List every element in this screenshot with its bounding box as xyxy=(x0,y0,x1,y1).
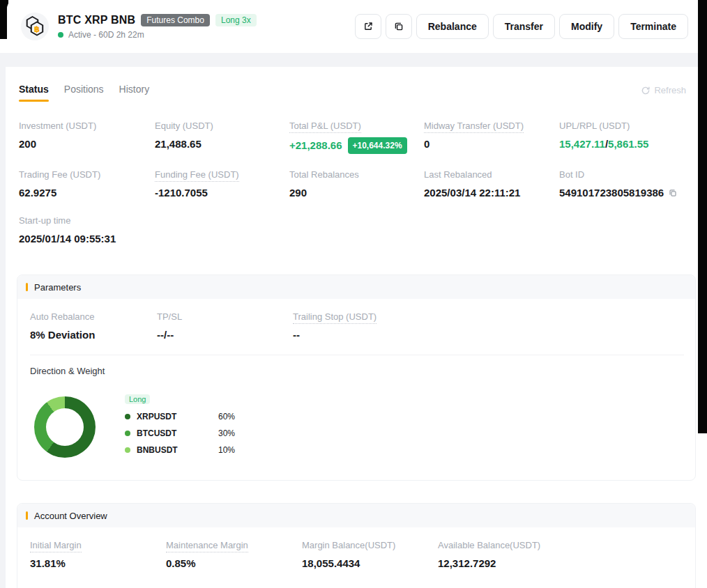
legend-direction-badge: Long xyxy=(125,394,150,404)
copy-bot-button[interactable] xyxy=(386,14,412,39)
param-auto-rebalance: Auto Rebalance 8% Deviation xyxy=(30,311,157,342)
direction-weight-title: Direction & Weight xyxy=(30,366,684,376)
account-overview-title: Account Overview xyxy=(34,511,107,521)
status-summary: Investment (USDT) 200 Equity (USDT) 21,4… xyxy=(19,120,689,246)
legend-dot-btcusdt xyxy=(125,431,130,436)
parameters-section: Parameters Auto Rebalance 8% Deviation T… xyxy=(17,274,696,481)
stat-funding-fee: Funding Fee (USDT) -1210.7055 xyxy=(155,169,289,200)
bot-detail-card: Status Positions History Refresh Investm… xyxy=(6,67,697,588)
section-divider xyxy=(30,355,684,355)
legend-dot-xrpusdt xyxy=(125,414,130,419)
stat-upl-rpl: UPL/RPL (USDT) 15,427.11/5,861.55 xyxy=(559,120,689,154)
acct-initial-margin: Initial Margin 31.81% xyxy=(30,539,166,571)
bot-title: BTC XRP BNB xyxy=(58,14,135,26)
acct-maintenance-margin: Maintenance Margin 0.85% xyxy=(166,539,302,571)
bot-header: ฿ BTC XRP BNB Futures Combo Long 3x Acti… xyxy=(7,0,697,53)
acct-margin-balance: Margin Balance(USDT) 18,055.4434 xyxy=(302,539,438,571)
refresh-button[interactable]: Refresh xyxy=(641,85,686,95)
external-link-icon xyxy=(363,21,374,32)
tab-status[interactable]: Status xyxy=(19,84,49,102)
direction-weight-chart: Long XRPUSDT 60% BTCUSDT 30% xyxy=(30,391,684,458)
copy-bot-id-icon[interactable] xyxy=(668,188,678,198)
header-actions: Rebalance Transfer Modify Terminate xyxy=(355,14,688,39)
stat-trading-fee: Trading Fee (USDT) 62.9275 xyxy=(19,169,155,200)
backdrop-right xyxy=(698,0,707,433)
bot-type-badge: Futures Combo xyxy=(141,14,210,26)
pnl-percent-badge: +10,644.32% xyxy=(348,137,407,154)
tab-bar: Status Positions History Refresh xyxy=(19,84,686,102)
legend-item: BNBUSDT 10% xyxy=(125,445,235,455)
futures-combo-icon: ฿ xyxy=(21,13,49,40)
tab-positions[interactable]: Positions xyxy=(64,84,104,102)
transfer-button[interactable]: Transfer xyxy=(493,14,555,39)
param-tp-sl: TP/SL --/-- xyxy=(157,311,293,342)
direction-weight-legend: Long XRPUSDT 60% BTCUSDT 30% xyxy=(125,391,235,455)
legend-item: BTCUSDT 30% xyxy=(125,428,235,438)
copy-icon xyxy=(393,21,404,32)
left-margin xyxy=(0,67,6,588)
stat-bot-id: Bot ID 549101723805819386 xyxy=(559,169,689,200)
legend-dot-bnbusdt xyxy=(125,447,130,453)
stat-midway-transfer: Midway Transfer (USDT) 0 xyxy=(424,120,559,154)
tab-history[interactable]: History xyxy=(119,84,150,102)
section-accent-bar xyxy=(26,511,28,520)
stat-equity: Equity (USDT) 21,488.65 xyxy=(155,120,289,154)
section-accent-bar xyxy=(26,283,28,291)
bot-avatar: ฿ xyxy=(21,13,49,40)
stat-total-rebalances: Total Rebalances 290 xyxy=(289,169,424,200)
account-overview-header: Account Overview xyxy=(17,504,695,527)
stat-total-pnl: Total P&L (USDT) +21,288.66+10,644.32% xyxy=(289,120,424,154)
status-dot xyxy=(58,32,63,38)
rebalance-button[interactable]: Rebalance xyxy=(416,14,489,39)
bot-direction-badge: Long 3x xyxy=(215,14,257,26)
stat-last-rebalanced: Last Rebalanced 2025/03/14 22:11:21 xyxy=(424,169,559,200)
card-gap xyxy=(0,53,698,67)
account-overview-grid: Initial Margin 31.81% Maintenance Margin… xyxy=(30,539,684,571)
bot-detail-page: ฿ BTC XRP BNB Futures Combo Long 3x Acti… xyxy=(0,0,707,588)
param-trailing-stop: Trailing Stop (USDT) -- xyxy=(293,311,684,342)
legend-item: XRPUSDT 60% xyxy=(125,412,235,421)
direction-weight-donut xyxy=(34,396,96,458)
bot-status-text: Active - 60D 2h 22m xyxy=(68,30,144,40)
modify-button[interactable]: Modify xyxy=(559,14,614,39)
refresh-icon xyxy=(641,86,651,95)
terminate-button[interactable]: Terminate xyxy=(618,14,688,39)
parameters-grid: Auto Rebalance 8% Deviation TP/SL --/-- … xyxy=(30,311,684,342)
open-external-button[interactable] xyxy=(355,14,381,39)
stat-investment: Investment (USDT) 200 xyxy=(19,120,155,154)
account-overview-section: Account Overview Initial Margin 31.81% M… xyxy=(17,503,696,588)
parameters-title: Parameters xyxy=(34,282,81,293)
parameters-header: Parameters xyxy=(17,275,695,299)
stat-startup-time: Start-up time 2025/01/14 09:55:31 xyxy=(19,215,155,246)
svg-text:฿: ฿ xyxy=(34,24,40,34)
acct-available-balance: Available Balance(USDT) 12,312.7292 xyxy=(438,539,684,571)
